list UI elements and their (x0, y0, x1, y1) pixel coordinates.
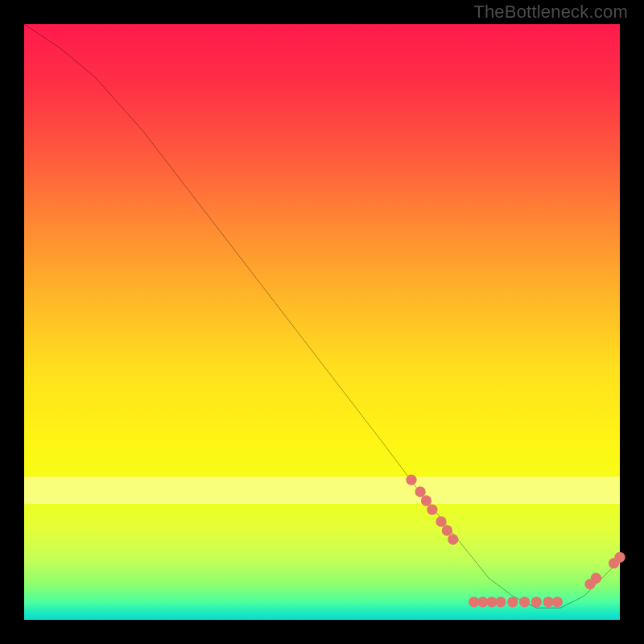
curve-marker (427, 504, 437, 514)
curve-marker (436, 516, 446, 526)
curve-markers (406, 474, 625, 607)
curve-marker (591, 573, 601, 584)
curve-marker (495, 597, 506, 607)
curve-marker (531, 597, 542, 607)
curve-marker (415, 486, 425, 497)
chart-frame: TheBottleneck.com (0, 0, 644, 644)
curve-marker (519, 597, 530, 607)
curve-marker (406, 474, 416, 485)
watermark-text: TheBottleneck.com (473, 2, 628, 23)
curve-marker (421, 495, 431, 506)
curve-svg (24, 24, 620, 620)
curve-marker (614, 552, 625, 563)
bottleneck-curve-line (24, 24, 620, 608)
curve-marker (507, 597, 518, 607)
plot-area (24, 24, 620, 620)
curve-marker (552, 597, 563, 607)
curve-marker (442, 525, 452, 535)
curve-marker (448, 534, 458, 544)
